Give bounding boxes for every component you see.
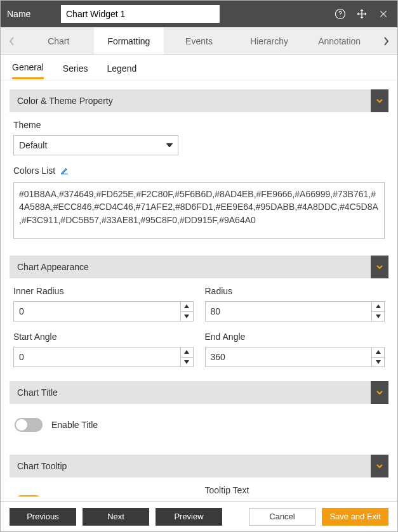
disable-tooltip-toggle[interactable] [15,495,43,496]
theme-label: Theme [13,120,385,130]
collapse-icon[interactable] [371,256,388,278]
radius-label: Radius [205,286,385,296]
colors-list-label: Colors List [13,165,385,177]
panel-chart-tooltip: Chart Tooltip Disable Tooltip Tooltip T [10,455,388,496]
radius-field[interactable] [206,302,372,321]
panel-head-chart-tooltip: Chart Tooltip [10,455,388,477]
collapse-icon[interactable] [371,381,388,404]
panel-head-chart-title: Chart Title [10,381,388,404]
spinner[interactable] [180,302,193,321]
panel-color-theme: Color & Theme Property Theme Default Col… [10,89,388,242]
svg-point-1 [340,16,340,16]
end-angle-input[interactable] [205,347,385,367]
colors-list-input[interactable] [13,182,385,239]
previous-button[interactable]: Previous [10,508,76,526]
panel-title: Color & Theme Property [17,96,113,106]
panel-title: Chart Appearance [17,262,89,272]
move-icon[interactable] [354,6,369,22]
spinner[interactable] [180,347,193,367]
end-angle-label: End Angle [205,332,385,342]
start-angle-field[interactable] [14,347,180,367]
tabs-scroll-left[interactable] [1,27,23,55]
tooltip-text-label: Tooltip Text [205,485,385,495]
start-angle-label: Start Angle [13,332,194,342]
tab-hierarchy[interactable]: Hierarchy [234,27,305,55]
footer-bar: Previous Next Preview Cancel Save and Ex… [1,501,397,531]
theme-value: Default [19,140,47,150]
inner-radius-label: Inner Radius [13,286,194,296]
preview-button[interactable]: Preview [156,508,222,526]
end-angle-field[interactable] [206,347,372,367]
help-icon[interactable] [333,6,348,22]
next-button[interactable]: Next [83,508,149,526]
subtab-legend[interactable]: Legend [107,57,137,79]
radius-input[interactable] [205,301,385,321]
collapse-icon[interactable] [371,455,388,477]
content-scroll[interactable]: Color & Theme Property Theme Default Col… [1,81,397,501]
panel-appearance: Chart Appearance Inner Radius [10,256,388,367]
tab-annotation[interactable]: Annotation [304,27,375,55]
tabs-scroll-right[interactable] [375,27,397,55]
panel-title: Chart Title [17,387,58,398]
cancel-button[interactable]: Cancel [249,508,315,526]
spinner[interactable] [371,302,384,321]
start-angle-input[interactable] [13,347,194,367]
collapse-icon[interactable] [371,89,388,112]
name-label: Name [7,9,61,19]
inner-radius-input[interactable] [13,301,194,321]
panel-head-color-theme: Color & Theme Property [10,89,388,112]
name-input[interactable] [61,5,220,23]
main-tabs: Chart Formatting Events Hierarchy Annota… [1,27,397,55]
inner-radius-field[interactable] [14,302,180,321]
theme-select[interactable]: Default [13,135,178,155]
enable-title-label: Enable Title [51,420,98,430]
enable-title-toggle[interactable] [15,418,43,432]
header-bar: Name [1,1,397,27]
panel-title: Chart Tooltip [17,461,67,471]
panel-head-appearance: Chart Appearance [10,256,388,278]
subtab-series[interactable]: Series [63,57,88,79]
sub-tabs: General Series Legend [1,55,397,81]
edit-colors-icon[interactable] [60,166,69,177]
tab-chart[interactable]: Chart [23,27,94,55]
panel-chart-title: Chart Title Enable Title [10,381,388,441]
save-and-exit-button[interactable]: Save and Exit [322,508,388,526]
subtab-general[interactable]: General [12,56,44,79]
close-icon[interactable] [376,6,391,22]
tab-formatting[interactable]: Formatting [94,27,164,55]
tab-events[interactable]: Events [164,27,234,55]
spinner[interactable] [371,347,384,367]
